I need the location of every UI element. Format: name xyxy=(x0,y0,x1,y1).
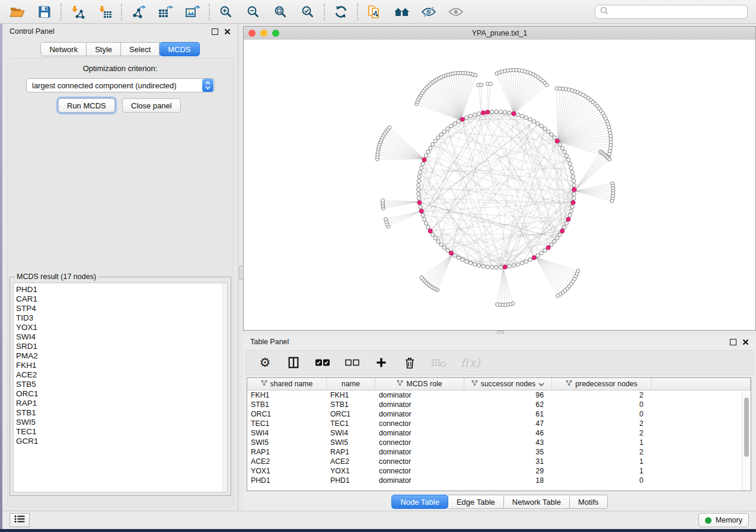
column-header-mcds-role[interactable]: MCDS role xyxy=(375,378,464,390)
mcds-result-item[interactable]: SWI4 xyxy=(16,332,227,342)
zoom-fit-icon[interactable] xyxy=(272,4,289,20)
mcds-result-item[interactable]: ACE2 xyxy=(16,370,227,380)
control-panel-close-icon[interactable] xyxy=(224,28,231,35)
zoom-selected-icon[interactable] xyxy=(299,4,317,20)
task-history-button[interactable] xyxy=(9,513,30,527)
column-header-name[interactable]: name xyxy=(327,378,375,390)
export-network-icon[interactable] xyxy=(129,4,147,20)
tab-style[interactable]: Style xyxy=(87,42,121,56)
traffic-lights xyxy=(248,30,279,37)
show-all-icon[interactable] xyxy=(447,4,465,20)
table-cell: 43 xyxy=(464,438,552,447)
status-bar: Memory xyxy=(2,511,756,529)
table-tab-network-table[interactable]: Network Table xyxy=(504,495,570,509)
save-session-icon[interactable] xyxy=(36,4,53,20)
minimize-window-icon[interactable] xyxy=(260,30,267,37)
network-node xyxy=(543,249,547,252)
tab-select[interactable]: Select xyxy=(121,42,160,56)
column-header-predecessor-nodes[interactable]: predecessor nodes xyxy=(552,378,652,390)
close-window-icon[interactable] xyxy=(248,30,256,37)
tab-mcds[interactable]: MCDS xyxy=(160,42,199,56)
network-node xyxy=(425,154,428,158)
memory-button[interactable]: Memory xyxy=(698,513,749,527)
table-scrollbar-thumb[interactable] xyxy=(744,398,749,457)
mcds-result-item[interactable]: PHD1 xyxy=(16,285,227,294)
zoom-in-icon[interactable] xyxy=(217,4,235,20)
table-cell: dominator xyxy=(375,476,464,485)
network-canvas[interactable] xyxy=(244,40,755,330)
column-header-successor-nodes[interactable]: successor nodes xyxy=(464,378,552,390)
network-node xyxy=(469,114,473,118)
mcds-result-item[interactable]: TID3 xyxy=(16,313,227,323)
first-neighbors-icon[interactable] xyxy=(393,4,410,20)
table-row[interactable]: SWI4SWI4dominator462 xyxy=(247,428,751,438)
hide-selected-icon[interactable] xyxy=(420,4,438,20)
search-input[interactable] xyxy=(612,7,742,17)
refresh-icon[interactable] xyxy=(332,4,350,20)
export-table-icon[interactable] xyxy=(157,4,174,20)
attribute-icon xyxy=(261,380,267,388)
gear-icon[interactable]: ⚙ xyxy=(258,355,272,370)
mcds-list-scrollbar[interactable] xyxy=(222,283,227,492)
export-image-icon[interactable] xyxy=(184,4,202,20)
mcds-result-item[interactable]: PMA2 xyxy=(16,351,227,361)
deselect-all-icon[interactable] xyxy=(344,355,360,370)
table-tab-edge-table[interactable]: Edge Table xyxy=(448,495,504,509)
table-scrollbar[interactable] xyxy=(742,390,751,491)
mcds-result-item[interactable]: FKH1 xyxy=(16,361,227,370)
table-panel-float-icon[interactable] xyxy=(730,339,736,345)
table-row[interactable]: SWI5SWI5connector431 xyxy=(247,438,751,447)
tab-network[interactable]: Network xyxy=(40,42,87,56)
network-node-selected xyxy=(428,229,432,233)
table-row[interactable]: ACE2ACE2connector311 xyxy=(247,457,751,466)
desktop-edge-bottom xyxy=(0,529,756,532)
mcds-result-item[interactable]: ORC1 xyxy=(16,389,227,399)
table-row[interactable]: STB1STB1dominator620 xyxy=(247,400,751,409)
close-panel-button[interactable]: Close panel xyxy=(122,98,181,113)
column-header-shared-name[interactable]: shared name xyxy=(247,378,327,390)
zoom-out-icon[interactable] xyxy=(244,4,262,20)
table-tab-motifs[interactable]: Motifs xyxy=(570,495,608,509)
run-mcds-button[interactable]: Run MCDS xyxy=(58,98,115,113)
mcds-result-item[interactable]: STB5 xyxy=(16,380,227,389)
mcds-result-item[interactable]: TEC1 xyxy=(16,427,227,437)
table-panel-close-icon[interactable] xyxy=(742,339,749,345)
table-cell: dominator xyxy=(375,409,464,419)
add-column-icon[interactable] xyxy=(374,355,388,370)
table-row[interactable]: PHD1PHD1dominator180 xyxy=(247,476,751,485)
delete-column-icon[interactable] xyxy=(403,355,417,370)
table-row[interactable]: RAP1RAP1dominator352 xyxy=(247,447,751,457)
network-node xyxy=(572,179,576,182)
table-cell: RAP1 xyxy=(247,447,327,457)
mcds-result-list[interactable]: PHD1CAR1STP4TID3YOX1SWI4SRD1PMA2FKH1ACE2… xyxy=(13,283,228,492)
network-node xyxy=(560,146,564,150)
table-row[interactable]: YOX1YOX1connector291 xyxy=(247,466,751,476)
maximize-window-icon[interactable] xyxy=(272,30,279,37)
optimization-criterion-select[interactable]: largest connected component (undirected) xyxy=(26,78,215,92)
table-row[interactable]: FKH1FKH1dominator962 xyxy=(247,390,751,400)
table-row[interactable]: TEC1TEC1connector472 xyxy=(247,419,751,428)
mcds-result-item[interactable]: GCR1 xyxy=(16,437,227,446)
split-columns-icon[interactable] xyxy=(286,355,301,370)
control-panel-tabs: NetworkStyleSelectMCDS xyxy=(40,42,199,56)
table-row[interactable]: ORC1ORC1dominator610 xyxy=(247,409,751,419)
mcds-result-item[interactable]: CAR1 xyxy=(16,294,227,304)
mcds-result-item[interactable]: YOX1 xyxy=(16,323,227,332)
duplicate-network-icon[interactable] xyxy=(365,4,383,20)
control-panel-float-icon[interactable] xyxy=(212,28,218,35)
open-file-icon[interactable] xyxy=(8,4,26,20)
select-all-icon[interactable] xyxy=(315,355,330,370)
import-network-icon[interactable] xyxy=(69,4,87,20)
table-cell: 96 xyxy=(464,390,552,400)
optimization-criterion-value: largest connected component (undirected) xyxy=(27,81,202,90)
table-tab-node-table[interactable]: Node Table xyxy=(391,495,448,509)
mcds-result-item[interactable]: RAP1 xyxy=(16,399,227,408)
network-window-titlebar: YPA_prune.txt_1 xyxy=(244,27,755,40)
vertical-splitter[interactable] xyxy=(238,24,243,511)
mcds-result-item[interactable]: STP4 xyxy=(16,304,227,313)
mcds-result-item[interactable]: SRD1 xyxy=(16,342,227,351)
mcds-result-item[interactable]: STB1 xyxy=(16,408,227,418)
network-node xyxy=(477,264,481,267)
import-table-icon[interactable] xyxy=(96,4,114,20)
mcds-result-item[interactable]: SWI5 xyxy=(16,418,227,427)
